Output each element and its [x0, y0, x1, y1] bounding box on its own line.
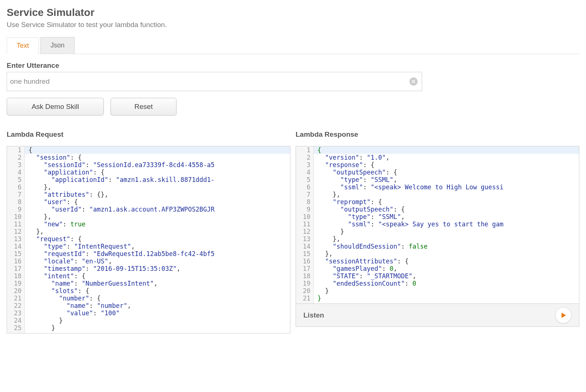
request-panel-title: Lambda Request [7, 130, 290, 139]
response-panel: Lambda Response 123456789101112131415161… [296, 130, 579, 333]
request-panel: Lambda Request 1234567891011121314151617… [7, 130, 290, 333]
reset-button[interactable]: Reset [111, 98, 177, 116]
page-subtitle: Use Service Simulator to test your lambd… [7, 21, 579, 29]
play-button[interactable] [555, 307, 572, 323]
listen-bar: Listen [296, 304, 579, 327]
tab-json[interactable]: Json [40, 37, 75, 54]
response-panel-title: Lambda Response [296, 130, 579, 139]
page-title: Service Simulator [7, 7, 579, 19]
tabs: Text Json [7, 37, 579, 54]
play-icon [560, 312, 566, 318]
svg-marker-0 [562, 313, 566, 318]
response-code-editor[interactable]: 123456789101112131415161718192021 { "ver… [296, 146, 579, 304]
listen-label: Listen [303, 311, 324, 319]
utterance-label: Enter Utterance [7, 62, 579, 70]
request-code-editor[interactable]: 1234567891011121314151617181920212223242… [7, 146, 290, 333]
utterance-input[interactable] [7, 72, 422, 91]
tab-text[interactable]: Text [7, 37, 39, 54]
ask-skill-button[interactable]: Ask Demo Skill [7, 98, 104, 116]
clear-icon[interactable]: ✕ [409, 77, 418, 86]
